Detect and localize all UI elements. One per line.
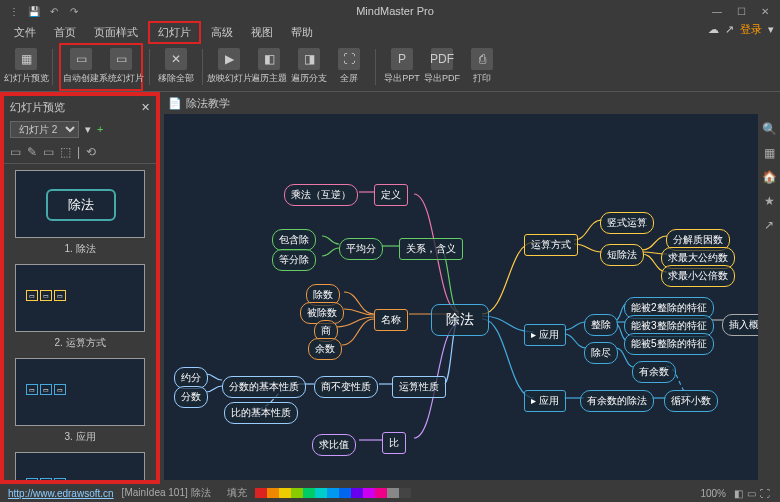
side-tool-1[interactable]: ✎	[27, 145, 37, 159]
maximize-icon[interactable]: ☐	[732, 4, 750, 18]
node-14[interactable]: 比的基本性质	[224, 402, 298, 424]
swatch-3[interactable]	[291, 488, 303, 498]
node-35[interactable]: 循环小数	[664, 390, 718, 412]
add-slide-icon[interactable]: +	[97, 123, 103, 135]
ribbon-btn-3-0[interactable]: ▶放映幻灯片	[209, 45, 249, 89]
ribbon-btn-3-2[interactable]: ◨遍历分支	[289, 45, 329, 89]
slide-select[interactable]: 幻灯片 2	[10, 121, 79, 138]
ribbon-btn-2-0[interactable]: ✕移除全部	[156, 45, 196, 89]
side-tool-4[interactable]: |	[77, 145, 80, 159]
status-link[interactable]: http://www.edrawsoft.cn	[8, 488, 114, 499]
swatch-4[interactable]	[303, 488, 315, 498]
status-icon-0[interactable]: ◧	[734, 488, 743, 499]
node-17[interactable]: 求比值	[312, 434, 356, 456]
node-15[interactable]: 商不变性质	[314, 376, 378, 398]
swatch-6[interactable]	[327, 488, 339, 498]
ribbon-btn-3-3[interactable]: ⛶全屏	[329, 45, 369, 89]
ribbon-icon: ◧	[258, 48, 280, 70]
node-4[interactable]: 平均分	[339, 238, 383, 260]
swatch-5[interactable]	[315, 488, 327, 498]
menu-1[interactable]: 首页	[46, 23, 84, 42]
thumb-1[interactable]: ▭▭▭2. 运算方式	[10, 264, 150, 350]
rtool-2[interactable]: 🏠	[762, 170, 777, 184]
redo-icon[interactable]: ↷	[66, 3, 82, 19]
rtool-0[interactable]: 🔍	[762, 122, 777, 136]
node-10[interactable]: 名称	[374, 309, 408, 331]
menu-2[interactable]: 页面样式	[86, 23, 146, 42]
swatch-1[interactable]	[267, 488, 279, 498]
node-19[interactable]: 运算方式	[524, 234, 578, 256]
status-icon-1[interactable]: ▭	[747, 488, 756, 499]
swatch-12[interactable]	[399, 488, 411, 498]
login-chevron-icon[interactable]: ▾	[768, 23, 774, 36]
menu-0[interactable]: 文件	[6, 23, 44, 42]
undo-icon[interactable]: ↶	[46, 3, 62, 19]
swatch-0[interactable]	[255, 488, 267, 498]
node-22[interactable]: 竖式运算	[600, 212, 654, 234]
node-2[interactable]: 包含除	[272, 229, 316, 251]
rtool-1[interactable]: ▦	[764, 146, 775, 160]
side-tool-2[interactable]: ▭	[43, 145, 54, 159]
thumb-2[interactable]: ▭▭▭3. 应用	[10, 358, 150, 444]
ribbon-icon: ⛶	[338, 48, 360, 70]
qat-dropdown-icon[interactable]: ⋮	[6, 3, 22, 19]
swatch-8[interactable]	[351, 488, 363, 498]
side-tool-3[interactable]: ⬚	[60, 145, 71, 159]
node-3[interactable]: 等分除	[272, 249, 316, 271]
ribbon-btn-1-0[interactable]: ▭自动创建	[61, 45, 101, 89]
node-32[interactable]: 有余数	[632, 361, 676, 383]
swatch-11[interactable]	[387, 488, 399, 498]
menu-3[interactable]: 幻灯片	[148, 21, 201, 44]
status-icon-2[interactable]: ⛶	[760, 488, 770, 499]
swatch-10[interactable]	[375, 488, 387, 498]
node-33[interactable]: 插入概要	[722, 314, 758, 336]
thumb-3[interactable]: ▭▭▭4. 应用	[10, 452, 150, 480]
dropdown-icon[interactable]: ▾	[85, 123, 91, 136]
login-link[interactable]: 登录	[740, 22, 762, 37]
rtool-3[interactable]: ★	[764, 194, 775, 208]
ribbon-btn-4-0[interactable]: P导出PPT	[382, 45, 422, 89]
save-icon[interactable]: 💾	[26, 3, 42, 19]
menu-5[interactable]: 视图	[243, 23, 281, 42]
node-13[interactable]: 分数的基本性质	[222, 376, 306, 398]
swatch-7[interactable]	[339, 488, 351, 498]
node-27[interactable]: 整除	[584, 314, 618, 336]
node-5[interactable]: 关系，含义	[399, 238, 463, 260]
ribbon-btn-3-1[interactable]: ◧遍历主题	[249, 45, 289, 89]
close-icon[interactable]: ✕	[756, 4, 774, 18]
node-12[interactable]: 分数	[174, 386, 208, 408]
side-tool-0[interactable]: ▭	[10, 145, 21, 159]
swatch-2[interactable]	[279, 488, 291, 498]
node-18[interactable]: 比	[382, 432, 406, 454]
node-20[interactable]: ▸ 应用	[524, 324, 566, 346]
zoom-value[interactable]: 100%	[700, 488, 726, 499]
node-16[interactable]: 运算性质	[392, 376, 446, 398]
ribbon-icon: ⎙	[471, 48, 493, 70]
node-center[interactable]: 除法	[431, 304, 489, 336]
side-tool-5[interactable]: ⟲	[86, 145, 96, 159]
node-23[interactable]: 短除法	[600, 244, 644, 266]
ribbon-btn-4-1[interactable]: PDF导出PDF	[422, 45, 462, 89]
ribbon-btn-4-2[interactable]: ⎙打印	[462, 45, 502, 89]
ribbon-btn-0-0[interactable]: ▦幻灯片预览	[6, 45, 46, 89]
thumb-0[interactable]: 除法1. 除法	[10, 170, 150, 256]
side-close-icon[interactable]: ✕	[141, 101, 150, 114]
ribbon-label: 打印	[473, 72, 491, 85]
node-9[interactable]: 余数	[308, 338, 342, 360]
tab-name[interactable]: 除法教学	[186, 96, 230, 111]
node-31[interactable]: 能被5整除的特征	[624, 333, 714, 355]
menu-4[interactable]: 高级	[203, 23, 241, 42]
node-0[interactable]: 乘法（互逆）	[284, 184, 358, 206]
node-1[interactable]: 定义	[374, 184, 408, 206]
node-28[interactable]: 除尽	[584, 342, 618, 364]
node-21[interactable]: ▸ 应用	[524, 390, 566, 412]
rtool-4[interactable]: ↗	[764, 218, 774, 232]
menu-6[interactable]: 帮助	[283, 23, 321, 42]
cloud-icon[interactable]: ☁	[708, 23, 719, 36]
ribbon-btn-1-1[interactable]: ▭系统幻灯片	[101, 45, 141, 89]
swatch-9[interactable]	[363, 488, 375, 498]
node-34[interactable]: 有余数的除法	[580, 390, 654, 412]
node-26[interactable]: 求最小公倍数	[661, 265, 735, 287]
share-icon[interactable]: ↗	[725, 23, 734, 36]
minimize-icon[interactable]: —	[708, 4, 726, 18]
